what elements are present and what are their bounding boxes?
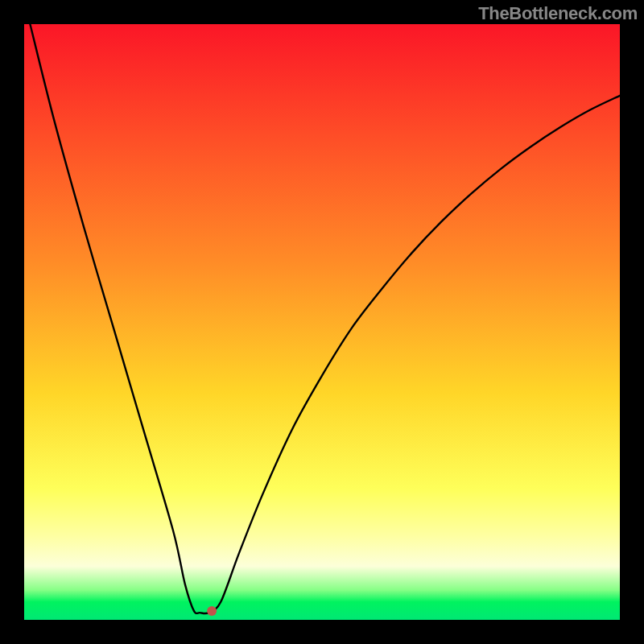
optimal-point-marker	[207, 606, 217, 616]
chart-container: TheBottleneck.com	[0, 0, 644, 644]
bottleneck-curve	[30, 24, 620, 613]
curve-layer	[24, 24, 620, 620]
attribution-watermark: TheBottleneck.com	[478, 3, 638, 24]
